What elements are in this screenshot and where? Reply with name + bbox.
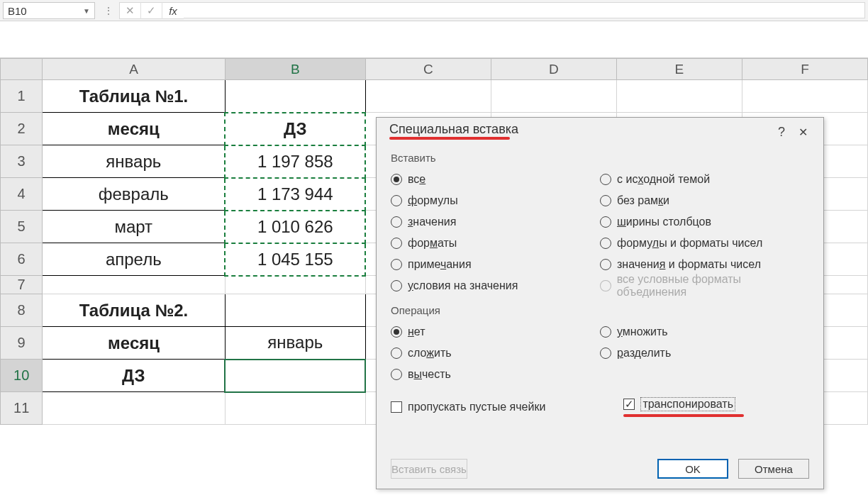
paste-radio-formulas_num[interactable]: формулы и форматы чисел [600,235,809,252]
help-icon[interactable]: ? [771,125,792,140]
paste-group-label: Вставить [391,152,809,164]
cell-B3[interactable]: 1 197 858 [225,145,365,178]
cell-F1[interactable] [742,80,867,113]
radio-icon [600,259,611,270]
cell-A4[interactable]: февраль [43,178,225,211]
fx-icon[interactable]: fx [162,2,184,19]
radio-label: формулы и форматы чисел [617,237,762,250]
op-radio-add[interactable]: сложить [391,345,600,362]
radio-icon [391,326,402,338]
radio-icon [391,259,402,270]
radio-label: все условные форматы объединения [617,273,809,299]
cell-B6[interactable]: 1 045 155 [225,243,365,276]
operation-group-label: Операция [391,304,809,316]
row-header-5[interactable]: 5 [1,211,43,243]
transpose-checkbox[interactable]: транспонировать [623,397,744,411]
cancel-icon: ✕ [120,2,141,19]
cell-B5[interactable]: 1 010 626 [225,211,365,243]
row-header-11[interactable]: 11 [1,392,43,425]
cancel-button[interactable]: Отмена [738,459,809,479]
cell-A7[interactable] [43,276,225,294]
radio-label: нет [408,326,425,338]
row-header-1[interactable]: 1 [1,80,43,113]
row-header-4[interactable]: 4 [1,178,43,211]
radio-label: примечания [408,258,472,271]
cell-A1[interactable]: Таблица №1. [43,80,225,113]
cell-B9[interactable]: январь [225,327,365,360]
radio-label: с исходной темой [617,173,710,186]
paste-radio-noborder[interactable]: без рамки [600,192,809,209]
cell-A5[interactable]: март [43,211,225,243]
radio-icon [391,216,402,228]
radio-icon [600,326,611,338]
paste-radio-values_num[interactable]: значения и форматы чисел [600,256,809,273]
row-header-7[interactable]: 7 [1,276,43,294]
ribbon-blank [0,21,868,58]
formula-buttons: ✕ ✓ fx [119,2,184,19]
radio-label: без рамки [617,194,669,207]
cell-B4[interactable]: 1 173 944 [225,178,365,211]
col-header-F[interactable]: F [742,59,867,80]
formula-input[interactable] [184,2,865,18]
cell-A9[interactable]: месяц [43,327,225,360]
row-header-8[interactable]: 8 [1,294,43,327]
row-header-9[interactable]: 9 [1,327,43,360]
op-radio-mul[interactable]: умножить [600,323,809,340]
radio-icon [391,280,402,291]
cell-C1[interactable] [365,80,491,113]
cell-A8[interactable]: Таблица №2. [43,294,225,327]
radio-label: разделить [617,347,671,360]
row-header-3[interactable]: 3 [1,145,43,178]
op-radio-div[interactable]: разделить [600,345,809,362]
radio-icon [600,174,611,185]
cell-B8[interactable] [225,294,365,327]
paste-radio-all[interactable]: все [391,171,600,188]
cell-E1[interactable] [616,80,742,113]
paste-radio-values[interactable]: значения [391,213,600,230]
cell-B10[interactable] [225,360,365,392]
col-header-B[interactable]: B [225,59,365,80]
radio-icon [600,195,611,206]
formula-bar-row: B10 ▼ ⋮ ✕ ✓ fx [0,0,868,21]
skip-blanks-checkbox[interactable]: пропускать пустые ячейки [391,397,545,417]
col-header-D[interactable]: D [491,59,616,80]
dialog-titlebar[interactable]: Специальная вставка ? ✕ [377,118,823,146]
cell-B7[interactable] [225,276,365,294]
paste-radio-all_merge: все условные форматы объединения [600,277,809,294]
paste-radio-formulas[interactable]: формулы [391,192,600,209]
paste-radio-theme[interactable]: с исходной темой [600,171,809,188]
close-icon[interactable]: ✕ [792,126,813,139]
radio-icon [600,347,611,359]
op-radio-none[interactable]: нет [391,323,600,340]
expand-formula-icon[interactable]: ⋮ [98,0,119,21]
row-header-2[interactable]: 2 [1,113,43,145]
cell-A2[interactable]: месяц [43,113,225,145]
ok-button[interactable]: OK [657,459,728,479]
op-radio-sub[interactable]: вычесть [391,366,600,383]
name-box[interactable]: B10 ▼ [3,2,95,19]
cell-A6[interactable]: апрель [43,243,225,276]
cell-A11[interactable] [43,392,225,425]
col-header-A[interactable]: A [43,59,225,80]
chevron-down-icon[interactable]: ▼ [83,7,90,15]
paste-radio-formats[interactable]: форматы [391,235,600,252]
radio-icon [391,347,402,359]
radio-icon [391,238,402,249]
radio-label: все [408,173,425,186]
cell-B1[interactable] [225,80,365,113]
col-header-C[interactable]: C [365,59,491,80]
row-header-10[interactable]: 10 [1,360,43,392]
select-all-corner[interactable] [1,59,43,80]
col-header-E[interactable]: E [616,59,742,80]
cell-D1[interactable] [491,80,616,113]
paste-radio-comments[interactable]: примечания [391,256,600,273]
cell-B2[interactable]: ДЗ [225,113,365,145]
row-header-6[interactable]: 6 [1,243,43,276]
cell-A3[interactable]: январь [43,145,225,178]
paste-radio-colwidths[interactable]: ширины столбцов [600,213,809,230]
cell-B11[interactable] [225,392,365,425]
radio-icon [600,238,611,249]
paste-radio-validation[interactable]: условия на значения [391,277,600,294]
radio-icon [391,195,402,206]
cell-A10[interactable]: ДЗ [43,360,225,392]
